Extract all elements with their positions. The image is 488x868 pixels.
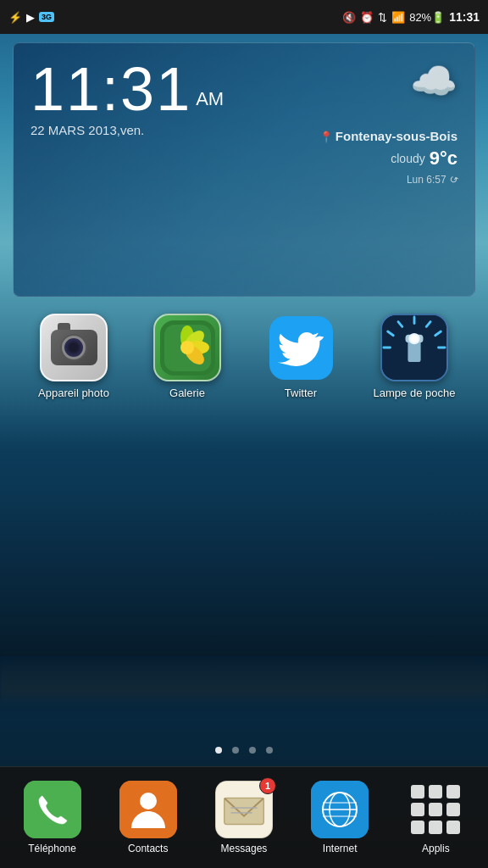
- page-dot-3[interactable]: [249, 747, 256, 754]
- status-bar: ⚡ ▶ 3G 🔇 ⏰ ⇅ 📶 82%🔋 11:31: [0, 0, 488, 34]
- status-left-icons: ⚡ ▶ 3G: [8, 11, 54, 24]
- location-pin-icon: 📍: [319, 131, 333, 143]
- grid-dot-6: [446, 803, 460, 816]
- widget-clock: 11:31: [30, 55, 191, 123]
- gallery-label: Galerie: [169, 387, 205, 400]
- twitter-app-icon[interactable]: [267, 314, 335, 381]
- dock-contacts[interactable]: Contacts: [106, 781, 191, 854]
- page-indicator: [0, 747, 488, 754]
- contacts-app-icon[interactable]: [119, 781, 177, 838]
- grid-dot-9: [446, 821, 460, 834]
- widget-temp-row: cloudy 9°c: [319, 147, 458, 170]
- widget-weather: ☁️ 📍Fontenay-sous-Bois cloudy 9°c Lun 6:…: [319, 58, 458, 186]
- sync-icon: ⇅: [378, 11, 387, 24]
- phone-app-icon[interactable]: [24, 781, 81, 838]
- gallery-icon-svg: [160, 320, 215, 376]
- messages-label: Messages: [221, 843, 268, 854]
- svg-rect-25: [225, 798, 264, 824]
- camera-app-icon[interactable]: [40, 314, 108, 381]
- network-badge: 3G: [39, 12, 54, 22]
- app-gallery[interactable]: Galerie: [141, 314, 234, 400]
- twitter-svg: [270, 317, 331, 378]
- internet-label: Internet: [323, 843, 358, 854]
- contacts-label: Contacts: [128, 843, 168, 854]
- app-flashlight[interactable]: Lampe de poche: [368, 314, 461, 400]
- page-dot-2[interactable]: [232, 747, 239, 754]
- grid-dot-8: [429, 821, 442, 834]
- grid-dot-4: [411, 803, 424, 816]
- widget-sunrise: Lun 6:57 ↺: [319, 174, 458, 186]
- widget-sunrise-time: Lun 6:57: [407, 174, 446, 186]
- svg-point-23: [140, 793, 157, 810]
- app-camera[interactable]: Appareil photo: [27, 314, 120, 400]
- apps-grid-icon: [411, 785, 460, 834]
- internet-svg: [311, 781, 369, 838]
- messages-badge: 1: [259, 777, 276, 794]
- dock-telephone[interactable]: Téléphone: [10, 781, 95, 854]
- alarm-icon: ⏰: [360, 11, 374, 24]
- twitter-bird-icon: [269, 316, 333, 380]
- grid-dot-1: [411, 785, 424, 798]
- usb-icon: ⚡: [8, 11, 22, 24]
- svg-point-20: [412, 336, 414, 338]
- grid-dot-5: [429, 803, 442, 816]
- contacts-svg: [119, 781, 177, 838]
- messages-app-icon[interactable]: 1: [215, 781, 273, 838]
- dock-messages[interactable]: 1 Messages: [202, 781, 286, 854]
- internet-app-icon[interactable]: [311, 781, 369, 838]
- camera-label: Appareil photo: [38, 387, 109, 400]
- page-dot-4[interactable]: [266, 747, 273, 754]
- page-dot-1[interactable]: [215, 747, 222, 754]
- refresh-icon: ↺: [446, 172, 460, 186]
- telephone-label: Téléphone: [28, 843, 76, 854]
- twitter-label: Twitter: [285, 387, 317, 400]
- clock-weather-widget: 11:31AM 22 MARS 2013,ven. ☁️ 📍Fontenay-s…: [13, 42, 475, 297]
- widget-condition: cloudy: [391, 152, 424, 165]
- flashlight-svg: [382, 314, 446, 381]
- camera-icon-lens: [62, 336, 86, 359]
- cloud-weather-icon: ☁️: [319, 58, 458, 103]
- app-twitter[interactable]: Twitter: [254, 314, 347, 400]
- status-right-icons: 🔇 ⏰ ⇅ 📶 82%🔋 11:31: [342, 10, 480, 24]
- flashlight-app-icon[interactable]: [380, 314, 448, 381]
- widget-temperature: 9°c: [430, 147, 458, 170]
- svg-point-6: [180, 341, 194, 354]
- applis-label: Applis: [422, 843, 450, 854]
- dock-applis[interactable]: Applis: [393, 781, 478, 854]
- svg-point-19: [410, 335, 419, 343]
- app-icons-row: Appareil photo Galerie: [0, 314, 488, 400]
- camera-icon-top: [58, 323, 70, 330]
- widget-location: 📍Fontenay-sous-Bois: [319, 129, 458, 143]
- battery-percent: 82%: [409, 11, 431, 24]
- status-time: 11:31: [449, 10, 480, 24]
- apps-app-icon[interactable]: [407, 781, 464, 838]
- grid-dot-2: [429, 785, 442, 798]
- phone-svg: [24, 781, 81, 838]
- widget-ampm: AM: [196, 88, 224, 109]
- battery-icon: 82%🔋: [409, 11, 445, 24]
- svg-rect-21: [24, 781, 81, 838]
- play-icon: ▶: [26, 11, 35, 24]
- dock-internet[interactable]: Internet: [297, 781, 382, 854]
- skyline: [0, 402, 488, 698]
- signal-icon: 📶: [391, 11, 405, 24]
- camera-icon-body: [51, 330, 97, 365]
- flashlight-label: Lampe de poche: [374, 387, 456, 400]
- widget-city: Fontenay-sous-Bois: [336, 129, 458, 143]
- gallery-app-icon[interactable]: [153, 314, 221, 381]
- mute-icon: 🔇: [342, 11, 356, 24]
- dock: Téléphone Contacts 1: [0, 766, 488, 868]
- grid-dot-3: [446, 785, 460, 798]
- grid-dot-7: [411, 821, 424, 834]
